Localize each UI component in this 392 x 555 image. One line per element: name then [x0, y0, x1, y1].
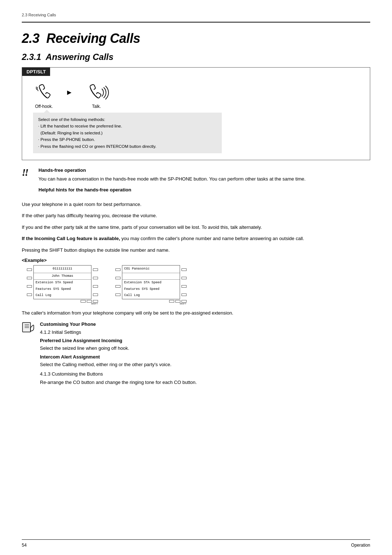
phone2-btn-tl4 — [115, 293, 121, 296]
phone1-row2: Features SYS Speed — [34, 286, 91, 293]
phone1-btn-b2 — [87, 300, 92, 303]
footer-right: Operation — [351, 543, 370, 548]
phone2-btn-tr4 — [181, 293, 187, 296]
breadcrumb: 2.3 Receiving Calls — [22, 13, 56, 17]
icons-row: Off-hook. ► — [33, 82, 359, 109]
phone1-btn-shift: SHIFT — [93, 300, 98, 303]
phone2-btn-tr1 — [181, 268, 187, 271]
phone1-screen: 0111111111 John Thomas Extension STA Spe… — [33, 265, 91, 299]
talk-group: Talk. — [84, 82, 109, 109]
phone2-btn-b1 — [169, 300, 174, 303]
customise-sub2-label: Intercom Alert Assignment — [40, 354, 100, 360]
incoming-log-bold: If the Incoming Call Log feature is avai… — [22, 236, 120, 241]
offhook-label: Off-hook. — [35, 104, 53, 109]
phone1-btn-tl3 — [27, 285, 32, 288]
phone-examples: 0111111111 John Thomas Extension STA Spe… — [25, 265, 370, 303]
phone2-number: CO1 Panasonic — [122, 266, 180, 273]
caller-info-text: The caller's information from your telep… — [22, 309, 370, 317]
subsection-title: 2.3.1 Answering Calls — [22, 52, 370, 62]
note2-p1: Use your telephone in a quiet room for b… — [22, 200, 370, 208]
talk-label: Talk. — [92, 104, 101, 109]
phone2-btn-tl1 — [115, 268, 121, 271]
customise-section: Customising Your Phone 4.1.2 Initial Set… — [22, 320, 370, 386]
callout-line-2: · Lift the handset to receive the prefer… — [38, 123, 217, 129]
phone2-btn-shift: SHIFT — [181, 300, 187, 303]
customise-sub1-label: Preferred Line Assignment Incoming — [40, 338, 122, 343]
note2-p2: If the other party has difficulty hearin… — [22, 212, 370, 219]
phone2-btn-tl2 — [115, 277, 121, 279]
customise-sub2-text: Select the Calling method, either ring o… — [40, 361, 370, 368]
phone1-btn-b1 — [81, 300, 86, 303]
off-hook-group: Off-hook. — [33, 82, 55, 109]
note2-title: Helpful hints for the hands-free operati… — [38, 186, 370, 194]
customise-sub1-text: Select the seized line when going off ho… — [40, 344, 370, 352]
phone2-row2: Features SYS Speed — [122, 286, 180, 293]
phone2-btn-tr3 — [181, 285, 187, 288]
customise-ref2-text: Re-arrange the CO button and change the … — [40, 378, 370, 386]
phone2-screen: CO1 Panasonic Extension STA Speed Featur… — [122, 265, 180, 299]
callout-line-3: (Default: Ringing line is selected.) — [38, 130, 217, 136]
phone1-btn-tr1 — [93, 268, 98, 271]
phone1-row3: Call Log — [34, 292, 91, 299]
phone1-btn-tl1 — [27, 268, 32, 271]
note2-p3: If you and the other party talk at the s… — [22, 223, 370, 231]
note-section: !! Hands-free operation You can have a c… — [22, 167, 370, 195]
customise-ref2: 4.1.3 Customising the Buttons — [40, 370, 370, 378]
note1-text: You can have a conversation in the hands… — [38, 175, 370, 183]
offhook-icon — [33, 82, 55, 102]
example-label: <Example> — [22, 258, 370, 263]
shift-text: Pressing the SHIFT button displays the o… — [22, 246, 370, 254]
dpt-content: Off-hook. ► — [22, 76, 370, 160]
main-content: 2.3 Receiving Calls 2.3.1 Answering Call… — [22, 27, 370, 533]
note-exclaim-icon: !! — [22, 167, 33, 178]
pointing-hand-icon — [22, 320, 35, 333]
incoming-log-text: you may confirm the caller's phone numbe… — [120, 236, 304, 241]
page-number: 54 — [22, 543, 26, 548]
phone1-row1: Extension STA Speed — [34, 280, 91, 286]
section-title: 2.3 Receiving Calls — [22, 31, 370, 46]
phone1-btn-tl2 — [27, 277, 32, 279]
customise-title: Customising Your Phone — [40, 320, 370, 328]
customise-sub1: Preferred Line Assignment Incoming — [40, 337, 370, 344]
phone-display-2: CO1 Panasonic Extension STA Speed Featur… — [114, 265, 188, 303]
phone1-btn-tr4 — [93, 293, 98, 296]
dpt-slt-box: DPT/SLT Of — [22, 67, 370, 160]
page-container: 2.3 Receiving Calls 2.3 Receiving Calls … — [0, 0, 392, 555]
phone1-number: 0111111111 — [34, 266, 91, 273]
phone2-row3: Call Log — [122, 292, 180, 299]
note1-title: Hands-free operation — [38, 167, 370, 174]
customise-content: Customising Your Phone 4.1.2 Initial Set… — [40, 320, 370, 386]
customise-sub2: Intercom Alert Assignment — [40, 353, 370, 361]
incoming-log-para: If the Incoming Call Log feature is avai… — [22, 235, 370, 242]
phone1-btn-tr2 — [93, 277, 98, 279]
callout-line-5: · Press the flashing red CO or green INT… — [38, 143, 217, 150]
phone2-btn-tl3 — [115, 285, 121, 288]
callout-box: Select one of the following methods: · L… — [33, 113, 222, 153]
customise-icon — [22, 320, 35, 335]
top-rule — [22, 22, 370, 23]
phone1-name: John Thomas — [34, 273, 91, 280]
phone1-btn-tr3 — [93, 285, 98, 288]
ringing-icon — [84, 82, 109, 102]
note-content: Hands-free operation You can have a conv… — [38, 167, 370, 195]
callout-line-4: · Press the SP-PHONE button. — [38, 136, 217, 143]
phone1-btn-tl4 — [27, 293, 32, 296]
phone-display-1: 0111111111 John Thomas Extension STA Spe… — [25, 265, 99, 303]
phone2-btn-b2 — [175, 300, 180, 303]
svg-rect-0 — [23, 323, 30, 332]
page-footer: 54 Operation — [22, 539, 370, 548]
arrow-icon: ► — [66, 88, 73, 97]
customise-ref1: 4.1.2 Initial Settings — [40, 328, 370, 336]
phone2-btn-tr2 — [181, 277, 187, 279]
phone2-row1: Extension STA Speed — [122, 280, 180, 286]
callout-line-1: Select one of the following methods: — [38, 116, 217, 123]
dpt-label: DPT/SLT — [22, 68, 50, 76]
